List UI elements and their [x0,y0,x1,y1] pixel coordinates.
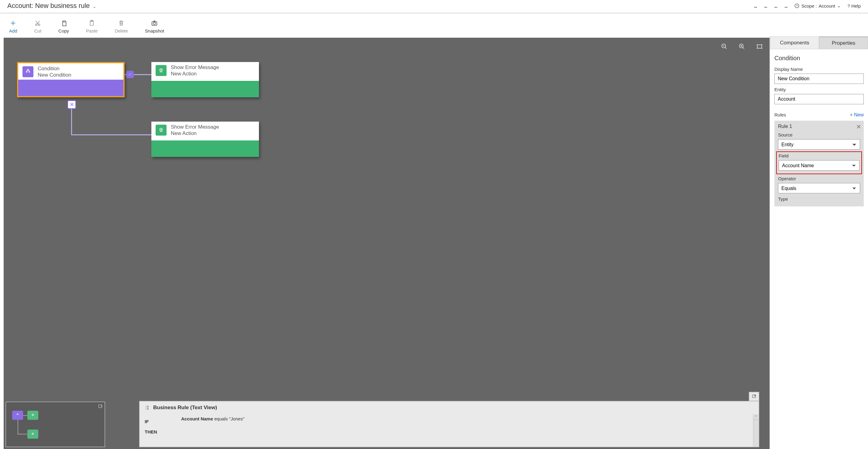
entity-label: Account: [7,2,33,10]
cut-button[interactable]: Cut [34,20,41,33]
zoom-out-button[interactable] [721,43,727,51]
node-title: Show Error Message [171,124,219,130]
question-icon: ? [848,3,850,8]
field-select[interactable]: Account Name [779,160,860,171]
zoom-in-button[interactable] [739,43,745,51]
svg-rect-14 [26,71,27,72]
false-branch-icon[interactable]: ✕ [67,100,76,109]
close-icon[interactable]: ✕ [856,123,861,130]
if-label: IF [145,419,172,424]
display-name-label: Display Name [774,67,864,72]
scrollbar[interactable]: ⌃ [753,414,758,447]
condition-icon [23,66,33,77]
then-label: THEN [145,429,172,435]
add-button[interactable]: Add [9,20,17,33]
node-subtitle: New Condition [38,72,71,78]
svg-point-23 [147,406,148,407]
panel-heading: Condition [774,55,864,62]
entity-label: Entity [774,87,864,92]
rule-text: Account Name equals "Jones" [181,414,244,438]
node-title: Condition [38,65,71,72]
svg-rect-5 [63,22,66,26]
tab-components[interactable]: Components [770,36,819,49]
minimap[interactable] [5,401,105,447]
scope-selector[interactable]: Scope : Account ⌄ [794,3,841,8]
svg-rect-15 [29,71,30,72]
node-subtitle: New Action [171,70,219,77]
svg-rect-12 [757,45,762,48]
snapshot-button[interactable]: Snapshot [145,20,164,33]
toolbar: Add Cut Copy Paste Delete Snapshot [0,13,868,36]
popout-button[interactable] [749,392,759,401]
side-panel: Components Properties Condition Display … [770,36,868,449]
svg-rect-19 [17,413,18,414]
scope-value: Account [819,3,835,8]
svg-rect-18 [99,405,102,408]
scroll-up-icon[interactable]: ⌃ [753,414,758,420]
rule-title: Rule 1 [778,124,792,129]
action-node[interactable]: Show Error Message New Action [151,122,259,157]
operator-label: Operator [778,176,860,181]
copy-button[interactable]: Copy [58,20,69,33]
node-title: Show Error Message [171,64,219,70]
display-name-input[interactable] [774,73,864,84]
type-label: Type [778,197,860,202]
svg-point-24 [147,409,148,410]
title-bar: Account: New business rule ⌄ ... ... ...… [0,0,868,13]
operator-select[interactable]: Equals [778,183,860,193]
minimap-expand-icon[interactable] [98,404,103,410]
activate-button[interactable]: ... [784,3,787,8]
error-action-icon [156,65,166,76]
delete-button[interactable]: Delete [115,20,128,33]
field-highlight: Field Account Name [776,151,862,174]
rule-title[interactable]: New business rule [35,2,90,10]
paste-button[interactable]: Paste [86,20,98,33]
fit-screen-button[interactable] [756,43,763,51]
validate-button[interactable]: ... [764,3,767,8]
designer-canvas[interactable]: Condition New Condition ✕ Show Error Mes… [4,38,770,449]
true-branch-icon[interactable] [126,71,134,78]
save-button[interactable]: ... [753,3,757,8]
svg-point-9 [153,22,156,24]
chevron-down-icon[interactable]: ⌄ [93,4,96,9]
add-rule-button[interactable]: + New [850,112,864,118]
entity-input[interactable] [774,94,864,104]
rule-card: Rule 1 ✕ Source Entity Field Account Nam… [774,121,864,206]
node-subtitle: New Action [171,130,219,137]
field-label: Field [779,153,860,158]
connector [71,134,151,135]
save-as-button[interactable]: ... [774,3,777,8]
rules-label: Rules [774,112,786,117]
text-view-panel: Business Rule (Text View) IF THEN Accoun… [139,401,759,447]
tab-properties[interactable]: Properties [819,36,868,49]
condition-node[interactable]: Condition New Condition [17,62,125,97]
action-node[interactable]: Show Error Message New Action [151,62,259,97]
error-action-icon [156,125,166,136]
source-select[interactable]: Entity [778,139,860,150]
scope-label: Scope : [801,3,817,8]
text-view-title: Business Rule (Text View) [153,405,217,411]
help-button[interactable]: ? Help [848,3,861,8]
source-label: Source [778,132,860,138]
chevron-down-icon: ⌄ [837,3,841,8]
